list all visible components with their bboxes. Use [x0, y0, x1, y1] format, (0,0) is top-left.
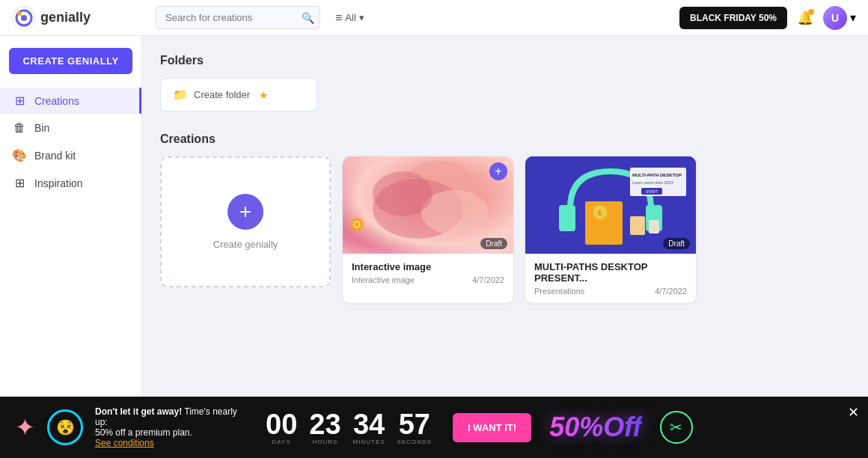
circle-dot-icon	[353, 221, 361, 228]
create-new-card[interactable]: + Create genially	[160, 156, 331, 287]
avatar: U	[823, 6, 847, 30]
sidebar-item-label: Brand kit	[34, 150, 76, 162]
fifty-off-text: 50%Off	[549, 412, 641, 443]
countdown-hours: 23 HOURS	[309, 410, 340, 445]
notification-icon[interactable]: 🔔	[795, 7, 816, 28]
plus-overlay-icon[interactable]: +	[489, 162, 507, 180]
new-plus-icon: +	[227, 194, 263, 230]
search-bar[interactable]: 🔍	[156, 6, 320, 29]
card-info-1: Interactive image Interactive image 4/7/…	[343, 254, 513, 292]
card-meta-2: Presentations 4/7/2022	[534, 287, 687, 296]
svg-point-3	[17, 11, 22, 16]
search-input[interactable]	[156, 6, 320, 29]
header-right: BLACK FRIDAY 50% 🔔 U ▾	[679, 6, 856, 30]
filter-icon: ≡	[335, 11, 342, 25]
chevron-down-icon: ▾	[850, 10, 856, 25]
star-decoration: ✦	[15, 413, 35, 442]
user-avatar-menu[interactable]: U ▾	[823, 6, 856, 30]
banner-message: Don't let it get away! Time's nearly up:…	[95, 406, 245, 448]
banner-bold: Don't let it get away!	[95, 406, 182, 417]
card-info-2: MULTI-PATHS DESKTOP PRESENT... Presentat…	[525, 254, 696, 303]
sidebar-item-bin[interactable]: 🗑 Bin	[0, 115, 141, 141]
svg-point-2	[21, 15, 27, 21]
svg-point-7	[373, 171, 433, 216]
sidebar-item-creations[interactable]: ⊞ Creations	[0, 88, 141, 114]
countdown-days-value: 00	[266, 410, 297, 439]
want-it-button[interactable]: I WANT IT!	[453, 413, 531, 442]
card-thumbnail-desktop: MULTI-PATH DESKTOP Lorem ipsum dolor 20X…	[525, 156, 696, 254]
card-date-1: 4/7/2022	[472, 275, 504, 284]
draft-badge-2: Draft	[663, 238, 690, 249]
banner-sub: 50% off a premium plan.	[95, 427, 192, 438]
countdown-minutes-label: MINUTES	[353, 439, 385, 445]
trash-icon: 🗑	[12, 121, 27, 135]
card-date-2: 4/7/2022	[655, 287, 687, 296]
create-genially-label: Create genially	[213, 239, 278, 250]
svg-text:Lorem ipsum dolor 20XX: Lorem ipsum dolor 20XX	[632, 180, 674, 185]
sidebar-item-inspiration[interactable]: ⊞ Inspiration	[0, 170, 141, 196]
main-content: Folders 📁 Create folder ★ Creations + Cr…	[142, 36, 868, 397]
search-icon: 🔍	[302, 12, 314, 24]
sidebar-item-label: Creations	[34, 95, 79, 107]
countdown-seconds-label: SECONDS	[397, 439, 433, 445]
countdown-days: 00 DAYS	[266, 410, 297, 445]
folders-section: Folders 📁 Create folder ★	[160, 54, 850, 112]
countdown-hours-label: HOURS	[312, 439, 337, 445]
creations-title: Creations	[160, 132, 850, 146]
draft-badge-1: Draft	[480, 238, 507, 249]
black-friday-button[interactable]: BLACK FRIDAY 50%	[679, 7, 787, 29]
sidebar-item-label: Inspiration	[34, 177, 83, 189]
notification-dot	[808, 9, 814, 15]
create-genially-button[interactable]: CREATE GENIALLY	[9, 48, 132, 74]
countdown-seconds-value: 57	[399, 410, 430, 439]
logo-area: genially	[12, 6, 147, 30]
svg-text:START: START	[646, 189, 658, 194]
countdown-minutes-value: 34	[353, 410, 385, 439]
bottom-banner: ✦ 😵 Don't let it get away! Time's nearly…	[0, 397, 868, 458]
grid-icon: ⊞	[12, 94, 27, 108]
active-indicator	[139, 88, 141, 114]
creations-section: Creations + Create genially	[160, 132, 850, 303]
svg-rect-19	[649, 220, 659, 233]
sidebar-item-brand-kit[interactable]: 🎨 Brand kit	[0, 142, 141, 168]
svg-rect-10	[559, 205, 575, 231]
countdown-seconds: 57 SECONDS	[397, 410, 433, 445]
brand-icon: 🎨	[12, 148, 27, 162]
face-icon: 😵	[47, 409, 83, 445]
sidebar-item-label: Bin	[34, 122, 49, 134]
card-thumbnail-interactive: + Draft	[343, 156, 513, 254]
create-folder-button[interactable]: 📁 Create folder ★	[160, 78, 317, 112]
creation-card-desktop[interactable]: MULTI-PATH DESKTOP Lorem ipsum dolor 20X…	[525, 156, 696, 303]
chevron-down-icon: ▾	[359, 12, 364, 23]
countdown-timer: 00 DAYS 23 HOURS 34 MINUTES 57 SECONDS	[266, 410, 432, 445]
svg-text:$: $	[598, 210, 602, 217]
close-banner-button[interactable]: ✕	[848, 404, 859, 421]
creations-grid: + Create genially	[160, 156, 850, 303]
dot-overlay-icon	[350, 218, 364, 231]
sidebar: CREATE GENIALLY ⊞ Creations 🗑 Bin 🎨 Bran…	[0, 36, 142, 397]
star-icon: ★	[259, 89, 269, 101]
creation-card-interactive[interactable]: + Draft Interactive image Interactive im…	[343, 156, 513, 303]
svg-rect-18	[630, 216, 645, 235]
logo-text: genially	[40, 10, 91, 25]
inspiration-icon: ⊞	[12, 176, 27, 190]
card-type-1: Interactive image	[352, 275, 415, 284]
countdown-hours-value: 23	[309, 410, 340, 439]
genially-logo-icon	[12, 6, 36, 30]
see-conditions-link[interactable]: See conditions	[95, 438, 154, 448]
folder-icon: 📁	[173, 88, 188, 102]
card-title-2: MULTI-PATHS DESKTOP PRESENT...	[534, 261, 687, 284]
card-type-2: Presentations	[534, 287, 584, 296]
app-header: genially 🔍 ≡ All ▾ BLACK FRIDAY 50% 🔔 U …	[0, 0, 868, 36]
svg-text:MULTI-PATH DESKTOP: MULTI-PATH DESKTOP	[632, 173, 682, 177]
main-layout: CREATE GENIALLY ⊞ Creations 🗑 Bin 🎨 Bran…	[0, 36, 868, 397]
countdown-days-label: DAYS	[272, 439, 291, 445]
card-title-1: Interactive image	[352, 261, 504, 272]
card-meta-1: Interactive image 4/7/2022	[352, 275, 504, 284]
folders-title: Folders	[160, 54, 850, 67]
svg-point-8	[354, 222, 360, 228]
countdown-minutes: 34 MINUTES	[353, 410, 385, 445]
filter-dropdown[interactable]: ≡ All ▾	[335, 11, 364, 25]
scissors-icon: ✂	[660, 411, 693, 444]
filter-label: All	[345, 12, 355, 23]
